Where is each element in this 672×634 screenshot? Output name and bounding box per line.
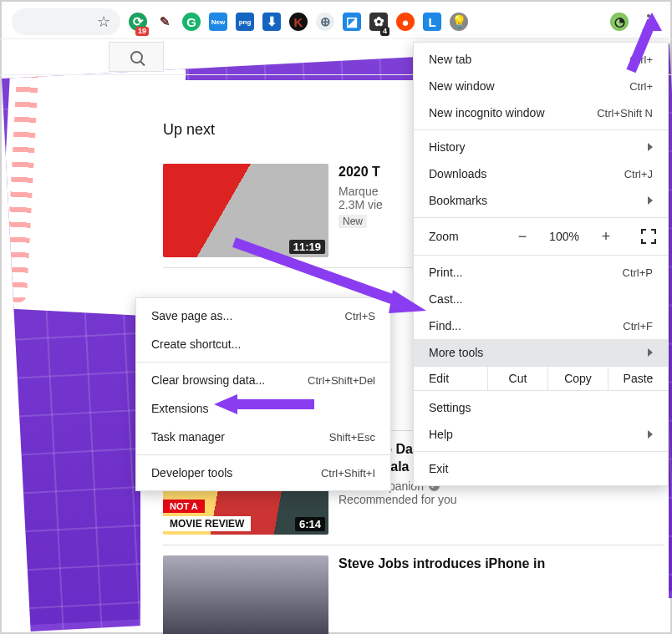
menu-more-tools[interactable]: More tools bbox=[414, 339, 668, 366]
menu-edit-row: Edit Cut Copy Paste bbox=[414, 366, 668, 391]
menu-new-tab[interactable]: New tabCtrl+ bbox=[414, 46, 668, 73]
ext-icon[interactable]: ⟳ 19 bbox=[129, 13, 147, 31]
zoom-in-button[interactable]: + bbox=[596, 228, 616, 246]
chevron-right-icon bbox=[648, 196, 653, 205]
chevron-right-icon bbox=[648, 143, 653, 151]
eyedropper-icon[interactable]: ✎ bbox=[155, 13, 174, 31]
reddit-icon[interactable]: ● bbox=[396, 13, 415, 31]
search-input[interactable] bbox=[3, 42, 109, 72]
chrome-main-menu: New tabCtrl+ New windowCtrl+ New incogni… bbox=[413, 42, 669, 486]
chrome-menu-button[interactable] bbox=[637, 10, 660, 33]
download-icon[interactable]: ⬇ bbox=[262, 13, 281, 31]
submenu-developer-tools[interactable]: Developer toolsCtrl+Shift+I bbox=[136, 459, 390, 487]
submenu-task-manager[interactable]: Task managerShift+Esc bbox=[136, 423, 390, 451]
menu-zoom: Zoom − 100% + bbox=[414, 221, 668, 251]
thumb-overlay: MOVIE REVIEW bbox=[163, 516, 251, 531]
menu-new-window[interactable]: New windowCtrl+ bbox=[414, 73, 668, 99]
thumb-overlay: NOT A bbox=[163, 500, 205, 513]
paste-button[interactable]: Paste bbox=[608, 367, 668, 390]
ext-icon-new[interactable]: New bbox=[209, 13, 227, 31]
submenu-create-shortcut[interactable]: Create shortcut... bbox=[136, 330, 390, 358]
chevron-right-icon bbox=[648, 348, 653, 357]
menu-settings[interactable]: Settings bbox=[414, 394, 668, 421]
submenu-extensions[interactable]: Extensions bbox=[136, 394, 390, 423]
edit-label: Edit bbox=[414, 367, 487, 390]
ext-icon[interactable]: ⊕ bbox=[316, 13, 334, 31]
ext-badge: 4 bbox=[380, 27, 389, 36]
chevron-right-icon bbox=[648, 430, 653, 439]
ext-icon-l[interactable]: L bbox=[423, 13, 441, 31]
zoom-out-button[interactable]: − bbox=[512, 228, 532, 246]
video-title[interactable]: Steve Jobs introduces iPhone in bbox=[339, 555, 664, 573]
copy-button[interactable]: Copy bbox=[547, 367, 608, 390]
menu-help[interactable]: Help bbox=[414, 421, 668, 448]
video-thumbnail[interactable]: 11:19 bbox=[163, 164, 328, 257]
menu-exit[interactable]: Exit bbox=[414, 455, 668, 482]
menu-new-incognito[interactable]: New incognito windowCtrl+Shift N bbox=[414, 99, 668, 126]
bulb-icon[interactable]: 💡 bbox=[450, 13, 468, 31]
browser-toolbar: ☆ ⟳ 19 ✎ G New png ⬇ K ⊕ ◪ ✿ 4 ● L 💡 ◔ bbox=[0, 0, 672, 38]
submenu-save-page[interactable]: Save page as...Ctrl+S bbox=[136, 302, 390, 330]
menu-downloads[interactable]: DownloadsCtrl+J bbox=[414, 160, 668, 187]
video-row[interactable]: Steve Jobs introduces iPhone in bbox=[163, 545, 664, 634]
star-icon[interactable]: ☆ bbox=[97, 13, 110, 31]
extensions-strip: ⟳ 19 ✎ G New png ⬇ K ⊕ ◪ ✿ 4 ● L 💡 ◔ bbox=[129, 10, 660, 33]
fullscreen-icon[interactable] bbox=[641, 229, 656, 244]
menu-history[interactable]: History bbox=[414, 134, 668, 160]
omnibox[interactable]: ☆ bbox=[12, 8, 120, 35]
ext-icon[interactable]: G bbox=[182, 13, 201, 31]
search-button[interactable] bbox=[109, 42, 164, 72]
zoom-label: Zoom bbox=[429, 230, 487, 243]
more-tools-submenu: Save page as...Ctrl+S Create shortcut...… bbox=[135, 297, 391, 491]
zoom-value: 100% bbox=[549, 230, 579, 243]
ext-icon-k[interactable]: K bbox=[289, 13, 308, 31]
duration-badge: 11:19 bbox=[289, 240, 325, 254]
submenu-clear-browsing-data[interactable]: Clear browsing data...Ctrl+Shift+Del bbox=[136, 366, 390, 394]
duration-badge: 6:14 bbox=[295, 517, 325, 531]
menu-cast[interactable]: Cast... bbox=[414, 286, 668, 312]
ext-icon-png[interactable]: png bbox=[236, 13, 254, 31]
menu-find[interactable]: Find...Ctrl+F bbox=[414, 312, 668, 339]
menu-print[interactable]: Print...Ctrl+P bbox=[414, 259, 668, 286]
menu-bookmarks[interactable]: Bookmarks bbox=[414, 187, 668, 214]
ext-icon[interactable]: ◪ bbox=[343, 13, 361, 31]
video-stats: Recommended for you bbox=[339, 493, 664, 506]
new-badge: New bbox=[339, 215, 367, 228]
profile-avatar[interactable]: ◔ bbox=[610, 13, 629, 31]
video-thumbnail[interactable] bbox=[163, 555, 328, 634]
cut-button[interactable]: Cut bbox=[487, 367, 547, 390]
search-icon bbox=[130, 51, 143, 63]
ext-badge: 19 bbox=[135, 27, 149, 36]
ext-icon[interactable]: ✿ 4 bbox=[369, 13, 388, 31]
